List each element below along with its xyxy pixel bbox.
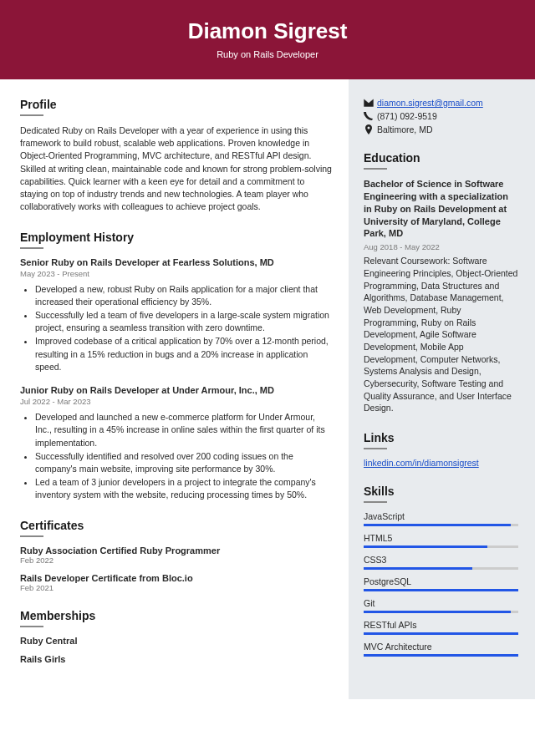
certificate-date: Feb 2021: [20, 583, 332, 592]
education-title: Bachelor of Science in Software Engineer…: [364, 178, 518, 240]
envelope-icon: [364, 99, 377, 107]
job-bullets: Developed and launched a new e-commerce …: [20, 411, 332, 502]
skill-name: Git: [364, 598, 518, 608]
skill-fill: [364, 632, 518, 635]
section-rule: [20, 535, 43, 537]
profile-heading: Profile: [20, 98, 332, 111]
certificate-entry: Ruby Association Certified Ruby Programm…: [20, 545, 332, 565]
employment-heading: Employment History: [20, 231, 332, 244]
skill-name: HTML5: [364, 533, 518, 543]
education-heading: Education: [364, 151, 518, 165]
memberships-section: Memberships Ruby CentralRails Girls: [20, 609, 332, 664]
phone-icon: [364, 111, 377, 121]
skill-item: Git: [364, 598, 518, 613]
contact-phone: (871) 092-9519: [377, 111, 437, 121]
skill-bar: [364, 545, 518, 548]
links-heading: Links: [364, 431, 518, 444]
contact-location-row: Baltimore, MD: [364, 124, 518, 134]
contact-email-row: diamon.sigrest@gmail.com: [364, 98, 518, 108]
job-bullet: Led a team of 3 junior developers in a p…: [35, 476, 332, 501]
certificate-date: Feb 2022: [20, 556, 332, 565]
skill-fill: [364, 545, 487, 548]
person-name: Diamon Sigrest: [0, 18, 535, 44]
employment-section: Employment History Senior Ruby on Rails …: [20, 231, 332, 502]
job-bullets: Developed a new, robust Ruby on Rails ap…: [20, 283, 332, 374]
skill-item: MVC Architecture: [364, 642, 518, 657]
section-rule: [20, 114, 43, 116]
section-rule: [364, 168, 387, 170]
skill-name: JavaScript: [364, 511, 518, 521]
education-body: Relevant Coursework: Software Engineerin…: [364, 255, 518, 414]
external-link[interactable]: linkedin.com/in/diamonsigrest: [364, 458, 479, 468]
certificate-title: Rails Developer Certificate from Bloc.io: [20, 573, 332, 583]
job-entry: Junior Ruby on Rails Developer at Under …: [20, 385, 332, 502]
membership-item: Ruby Central: [20, 636, 332, 646]
membership-item: Rails Girls: [20, 654, 332, 664]
skill-bar: [364, 632, 518, 635]
job-entry: Senior Ruby on Rails Developer at Fearle…: [20, 257, 332, 374]
side-column: diamon.sigrest@gmail.com (871) 092-9519 …: [349, 79, 535, 699]
section-rule: [364, 501, 387, 503]
skill-fill: [364, 654, 518, 657]
skill-name: PostgreSQL: [364, 576, 518, 586]
job-date: Jul 2022 - Mar 2023: [20, 397, 332, 406]
profile-section: Profile Dedicated Ruby on Rails Develope…: [20, 98, 332, 214]
skill-name: CSS3: [364, 555, 518, 565]
job-title: Senior Ruby on Rails Developer at Fearle…: [20, 257, 332, 267]
education-date: Aug 2018 - May 2022: [364, 242, 518, 251]
certificate-entry: Rails Developer Certificate from Bloc.io…: [20, 573, 332, 592]
contact-email-link[interactable]: diamon.sigrest@gmail.com: [377, 98, 483, 108]
skill-item: CSS3: [364, 555, 518, 570]
skill-bar: [364, 567, 518, 570]
skills-heading: Skills: [364, 485, 518, 498]
skill-bar: [364, 589, 518, 591]
section-rule: [20, 247, 43, 249]
main-column: Profile Dedicated Ruby on Rails Develope…: [0, 79, 349, 699]
resume-body: Profile Dedicated Ruby on Rails Develope…: [0, 79, 535, 699]
skill-fill: [364, 524, 511, 526]
skill-bar: [364, 524, 518, 526]
job-bullet: Improved codebase of a critical applicat…: [35, 335, 332, 373]
skills-section: Skills JavaScriptHTML5CSS3PostgreSQLGitR…: [364, 485, 518, 657]
map-pin-icon: [364, 124, 377, 134]
skill-name: RESTful APIs: [364, 620, 518, 630]
section-rule: [20, 626, 43, 627]
job-bullet: Developed a new, robust Ruby on Rails ap…: [35, 283, 332, 308]
skill-item: PostgreSQL: [364, 576, 518, 591]
education-section: Education Bachelor of Science in Softwar…: [364, 151, 518, 414]
job-title: Junior Ruby on Rails Developer at Under …: [20, 385, 332, 395]
link-item: linkedin.com/in/diamonsigrest: [364, 458, 518, 468]
resume-header: Diamon Sigrest Ruby on Rails Developer: [0, 0, 535, 79]
certificate-title: Ruby Association Certified Ruby Programm…: [20, 545, 332, 556]
skill-fill: [364, 611, 511, 613]
skill-fill: [364, 567, 472, 570]
contact-phone-row: (871) 092-9519: [364, 111, 518, 121]
memberships-heading: Memberships: [20, 609, 332, 622]
job-bullet: Successfully identified and resolved ove…: [35, 450, 332, 475]
profile-text: Dedicated Ruby on Rails Developer with a…: [20, 124, 332, 214]
contact-location: Baltimore, MD: [377, 124, 433, 134]
skill-item: JavaScript: [364, 511, 518, 526]
job-bullet: Developed and launched a new e-commerce …: [35, 411, 332, 449]
section-rule: [364, 448, 387, 449]
skill-bar: [364, 654, 518, 657]
skill-item: HTML5: [364, 533, 518, 548]
skill-item: RESTful APIs: [364, 620, 518, 635]
certificates-heading: Certificates: [20, 519, 332, 532]
links-section: Links linkedin.com/in/diamonsigrest: [364, 431, 518, 468]
skill-name: MVC Architecture: [364, 642, 518, 652]
certificates-section: Certificates Ruby Association Certified …: [20, 519, 332, 592]
job-date: May 2023 - Present: [20, 269, 332, 278]
skill-fill: [364, 589, 518, 591]
skill-bar: [364, 611, 518, 613]
contact-section: diamon.sigrest@gmail.com (871) 092-9519 …: [364, 98, 518, 134]
person-title: Ruby on Rails Developer: [0, 49, 535, 59]
job-bullet: Successfully led a team of five develope…: [35, 309, 332, 334]
